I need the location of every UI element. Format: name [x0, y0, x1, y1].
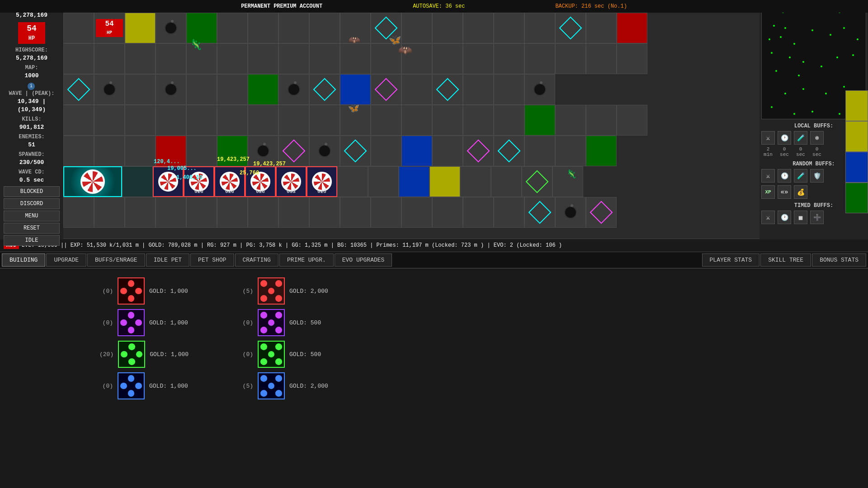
- tab-bar: BUILDING UPGRADE BUFFS/ENRAGE IDLE PET P…: [0, 252, 868, 268]
- buff-snowflake-icon[interactable]: ❄️: [810, 131, 824, 145]
- blocked-button[interactable]: BLOCKED: [4, 186, 60, 197]
- tab-skill-tree[interactable]: SKILL TREE: [760, 253, 811, 267]
- timed-plus-icon[interactable]: ➕: [810, 211, 824, 224]
- xp-icon[interactable]: XP: [761, 185, 775, 199]
- cell: [125, 74, 156, 105]
- craft-qty-6: (0): [240, 351, 253, 358]
- buff-clock-icon[interactable]: 🕐: [778, 131, 791, 145]
- cell: [94, 43, 125, 74]
- buff-random-shield[interactable]: 🛡️: [810, 169, 824, 183]
- menu-button[interactable]: MENU: [4, 211, 60, 221]
- cell-yellow: [125, 13, 156, 43]
- diamond-pink-icon: [590, 201, 613, 224]
- arrows-icon[interactable]: «»: [778, 185, 791, 199]
- cell: [494, 136, 524, 166]
- cell: [617, 105, 647, 136]
- tab-buffs-enrage[interactable]: BUFFS/ENRAGE: [87, 253, 145, 267]
- timed-clock-icon[interactable]: 🕐: [778, 211, 791, 224]
- map-stat: MAP: 1000: [4, 64, 60, 80]
- premium-label: PERMANENT PREMIUM ACCOUNT: [241, 3, 322, 9]
- craft-tile-3[interactable]: [118, 309, 145, 336]
- cell: 633: [276, 166, 307, 197]
- craft-tile-8[interactable]: [258, 372, 285, 399]
- cell: [432, 74, 463, 105]
- cell: [371, 74, 401, 105]
- craft-tile-6[interactable]: [258, 341, 285, 368]
- craft-gold-7: GOLD: 1,000: [149, 383, 188, 389]
- cell: [491, 166, 522, 197]
- cell: [340, 197, 371, 228]
- cell: [125, 136, 156, 166]
- cell: [63, 74, 94, 105]
- buff-random-clock[interactable]: 🕐: [778, 169, 791, 183]
- craft-tile-2[interactable]: [258, 277, 285, 305]
- discord-button[interactable]: DISCORD: [4, 198, 60, 209]
- bomb-icon: [288, 83, 300, 96]
- timed-sword-icon[interactable]: ⚔️: [761, 211, 775, 224]
- cell: [401, 74, 432, 105]
- tab-crafting[interactable]: CRAFTING: [235, 253, 278, 267]
- cell-green: [524, 105, 555, 136]
- buff-random-sword[interactable]: ⚔️: [761, 169, 775, 183]
- cell: [309, 13, 340, 43]
- cell: [555, 105, 586, 136]
- cell: [186, 197, 217, 228]
- enemies-stat: ENEMIES: 51: [4, 133, 60, 149]
- bomb-icon: [103, 83, 116, 96]
- buff-potion-icon[interactable]: 🧪: [794, 131, 807, 145]
- cell: [156, 74, 186, 105]
- creature: 🦇: [398, 43, 412, 58]
- cell-blue: [401, 136, 432, 166]
- diamond-icon: [559, 17, 582, 40]
- cell: [248, 105, 278, 136]
- buff-random-potion[interactable]: 🧪: [794, 169, 807, 183]
- reset-button[interactable]: RESET: [4, 223, 60, 234]
- right-panel: LOCAL BUFFS: ⚔️ 🕐 🧪 ❄️ 2 min 0 sec 0 sec…: [760, 0, 868, 239]
- tab-evo-upgrades[interactable]: EVO UPGRADES: [335, 253, 392, 267]
- craft-item-7: (0) GOLD: 1,000: [99, 372, 235, 399]
- idle-button[interactable]: IDLE: [4, 235, 60, 246]
- cell: [309, 74, 340, 105]
- cell-red: [156, 136, 186, 166]
- diamond-icon: [67, 78, 90, 101]
- cell: [217, 74, 248, 105]
- cell: [186, 105, 217, 136]
- cell: 54HP: [94, 13, 125, 43]
- top-bar: PERMANENT PREMIUM ACCOUNT AUTOSAVE: 36 s…: [0, 0, 868, 13]
- craft-tile-1[interactable]: [118, 277, 145, 305]
- cell: [125, 43, 156, 74]
- cell: [432, 136, 463, 166]
- cell-red: [617, 13, 647, 43]
- tab-upgrade[interactable]: UPGRADE: [46, 253, 86, 267]
- craft-tile-7[interactable]: [118, 372, 145, 399]
- tab-player-stats[interactable]: PLAYER STATS: [702, 253, 760, 267]
- info-icon[interactable]: i: [28, 83, 35, 90]
- board-row-2: 🦎 🦇 🦋 🦇: [63, 43, 760, 74]
- cell: [125, 105, 156, 136]
- cell: [63, 136, 94, 166]
- cell: [524, 43, 555, 74]
- cell-blue: [340, 74, 371, 105]
- timed-grid-icon[interactable]: ▦: [794, 211, 807, 224]
- tab-idle-pet[interactable]: IDLE PET: [146, 253, 189, 267]
- bag-icon[interactable]: 💰: [794, 185, 807, 199]
- cell: [156, 197, 186, 228]
- cell: [248, 136, 278, 166]
- tab-prime-upgr[interactable]: PRIME UPGR.: [279, 253, 334, 267]
- cell: [125, 197, 156, 228]
- cell: [309, 43, 340, 74]
- cell: [460, 166, 491, 197]
- craft-gold-3: GOLD: 1,000: [149, 319, 188, 326]
- creature: 🦎: [566, 169, 576, 179]
- tab-pet-shop[interactable]: PET SHOP: [190, 253, 234, 267]
- cell: [463, 13, 494, 43]
- cell: [494, 43, 524, 74]
- craft-tile-4[interactable]: [258, 309, 285, 336]
- cell: [156, 43, 186, 74]
- tab-bonus-stats[interactable]: BONUS STATS: [812, 253, 866, 267]
- buff-sword-icon[interactable]: ⚔️: [761, 131, 775, 145]
- craft-gold-5: GOLD: 1,000: [150, 351, 189, 358]
- craft-tile-5[interactable]: [118, 341, 145, 368]
- tab-building[interactable]: BUILDING: [2, 253, 45, 267]
- cell: [555, 13, 586, 43]
